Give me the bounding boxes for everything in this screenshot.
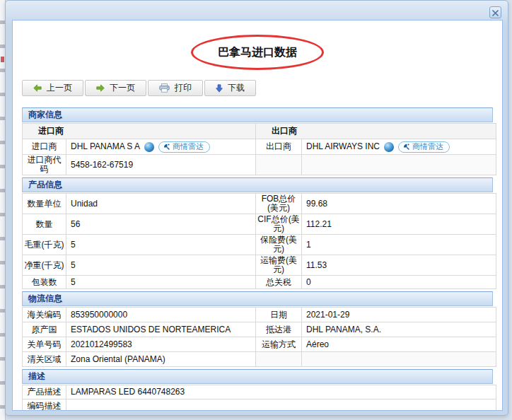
field-label: 进口商代码	[23, 155, 66, 175]
field-label: 清关区域	[23, 352, 66, 367]
field-value: 5	[66, 255, 256, 276]
print-button[interactable]: 打印	[148, 80, 203, 96]
column-group-header: 出口商	[256, 124, 496, 139]
field-value: 56	[66, 214, 256, 235]
field-value: 2021012499583	[66, 337, 256, 352]
company-info: DHL PANAMA S A商情雷达	[71, 141, 252, 153]
field-label: 保险费(美元)	[256, 235, 302, 255]
table-row: 编码描述	[23, 399, 496, 412]
shangqing-radar-button[interactable]: 商情雷达	[398, 141, 450, 153]
close-button[interactable]	[489, 6, 501, 18]
red-highlight-ellipse: 巴拿马进口数据	[191, 35, 324, 70]
field-value: 112.21	[302, 214, 496, 235]
table-row: 产品描述LAMPARAS LED 6440748263	[23, 385, 496, 399]
field-label: 毛重(千克)	[23, 235, 66, 255]
prev-page-button[interactable]: 上一页	[22, 80, 83, 96]
field-label: 运输方式	[256, 337, 302, 352]
prev-page-label: 上一页	[47, 82, 72, 94]
company-name: DHL PANAMA S A	[71, 142, 140, 151]
field-value: DHL PANAMA, S.A.	[302, 322, 496, 337]
company-cell: DHL PANAMA S A商情雷达	[66, 139, 256, 155]
next-page-label: 下一页	[110, 82, 135, 94]
field-label: 进口商	[23, 139, 66, 155]
table-row: 进口商出口商	[23, 124, 496, 139]
section-title: 物流信息	[22, 291, 493, 306]
field-label: 数量	[23, 214, 66, 235]
field-label: 运输费(美元)	[256, 255, 302, 276]
field-value: 5458-162-67519	[66, 155, 256, 175]
table-row: 进口商代码5458-162-67519	[23, 155, 496, 175]
field-value: 99.68	[302, 194, 496, 214]
field-label: 关单号码	[23, 337, 66, 352]
title-area: 巴拿马进口数据	[13, 35, 502, 70]
company-info: DHL AIRWAYS INC商情雷达	[306, 141, 493, 153]
table-row: 进口商DHL PANAMA S A商情雷达出口商DHL AIRWAYS INC商…	[23, 139, 496, 155]
section-logistics: 物流信息海关编码853950000000日期2021-01-29原产国ESTAD…	[22, 291, 493, 367]
field-label: 产品描述	[23, 385, 66, 399]
empty-cell	[256, 155, 302, 175]
table-row: 毛重(千克)5保险费(美元)1	[23, 235, 496, 255]
empty-cell	[256, 352, 302, 367]
import-data-dialog: 巴拿马进口数据 上一页 下一页	[5, 0, 508, 416]
field-value: 5	[66, 276, 256, 289]
close-icon	[492, 6, 499, 19]
background-artifact	[1, 57, 4, 62]
section-description: 描述产品描述LAMPARAS LED 6440748263编码描述	[22, 369, 493, 411]
field-value: LAMPARAS LED 6440748263	[66, 385, 496, 399]
field-label: 包装数	[23, 276, 66, 289]
company-cell: DHL AIRWAYS INC商情雷达	[302, 139, 496, 155]
table-row: 数量56CIF总价(美元)112.21	[23, 214, 496, 235]
table-row: 包装数5总关税0	[23, 276, 496, 289]
green-arrow-left-icon	[33, 84, 42, 92]
field-label: 海关编码	[23, 308, 66, 322]
column-group-header: 进口商	[23, 124, 256, 139]
table-row: 净重(千克)5运输费(美元)11.53	[23, 255, 496, 276]
shangqing-radar-button[interactable]: 商情雷达	[158, 141, 210, 153]
section-merchant: 商家信息进口商出口商进口商DHL PANAMA S A商情雷达出口商DHL AI…	[22, 107, 493, 175]
satellite-dish-icon	[163, 143, 170, 151]
radar-button-label: 商情雷达	[412, 142, 443, 151]
field-value: Zona Oriental (PANAMA)	[66, 352, 256, 367]
globe-icon[interactable]	[144, 142, 154, 152]
field-label: 原产国	[23, 322, 66, 337]
field-label: 总关税	[256, 276, 302, 289]
download-button[interactable]: 下载	[204, 80, 256, 96]
section-title: 产品信息	[22, 177, 493, 192]
table-row: 海关编码853950000000日期2021-01-29	[23, 308, 496, 322]
printer-icon	[159, 83, 170, 93]
green-arrow-right-icon	[96, 84, 105, 92]
field-value: Aéreo	[302, 337, 496, 352]
field-value: 11.53	[302, 255, 496, 276]
field-label: FOB总价(美元)	[256, 194, 302, 214]
field-value: ESTADOS UNIDOS DE NORTEAMERICA	[66, 322, 256, 337]
field-label: CIF总价(美元)	[256, 214, 302, 235]
table-row: 原产国ESTADOS UNIDOS DE NORTEAMERICA抵达港DHL …	[23, 322, 496, 337]
toolbar: 上一页 下一页 打印	[22, 80, 502, 96]
download-label: 下载	[228, 82, 245, 94]
section-title: 商家信息	[22, 107, 493, 122]
table-row: 清关区域Zona Oriental (PANAMA)	[23, 352, 496, 367]
section-title: 描述	[22, 369, 493, 384]
print-label: 打印	[175, 82, 192, 94]
company-name: DHL AIRWAYS INC	[306, 142, 380, 151]
field-value	[66, 399, 496, 412]
empty-cell	[302, 352, 496, 367]
detail-sections: 商家信息进口商出口商进口商DHL PANAMA S A商情雷达出口商DHL AI…	[22, 107, 493, 411]
page-title: 巴拿马进口数据	[218, 45, 297, 60]
empty-cell	[302, 155, 496, 175]
dialog-body: 巴拿马进口数据 上一页 下一页	[12, 20, 503, 411]
field-label: 日期	[256, 308, 302, 322]
field-value: 853950000000	[66, 308, 256, 322]
field-value: 5	[66, 235, 256, 255]
table-row: 数量单位UnidadFOB总价(美元)99.68	[23, 194, 496, 214]
globe-icon[interactable]	[384, 142, 394, 152]
field-value: 2021-01-29	[302, 308, 496, 322]
field-value: 0	[302, 276, 496, 289]
radar-button-label: 商情雷达	[173, 142, 204, 151]
field-label: 净重(千克)	[23, 255, 66, 276]
satellite-dish-icon	[402, 143, 410, 151]
next-page-button[interactable]: 下一页	[85, 80, 146, 96]
dialog-titlebar[interactable]	[6, 1, 508, 21]
field-label: 抵达港	[256, 322, 302, 337]
field-label: 出口商	[256, 139, 302, 155]
